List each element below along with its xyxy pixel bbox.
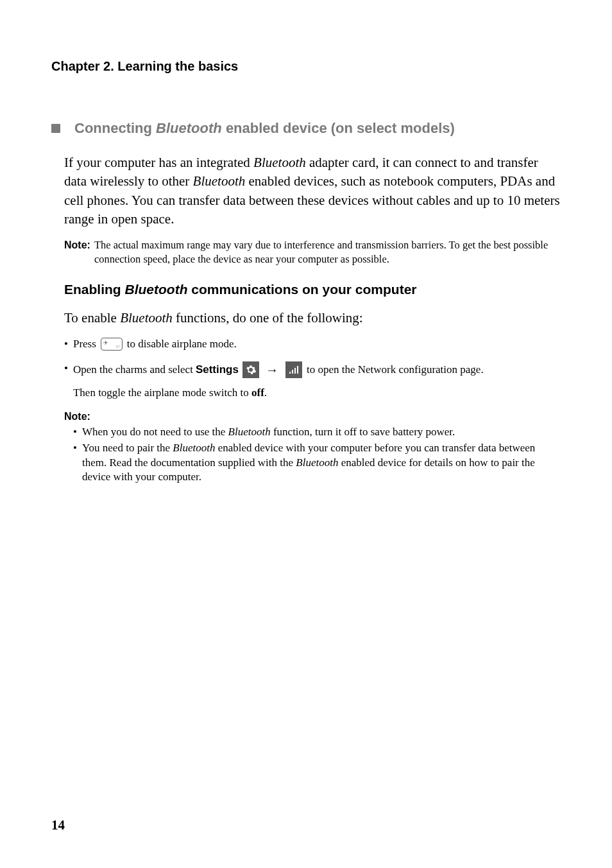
note-label: Note: bbox=[64, 238, 90, 267]
note2-2a: You need to pair the bbox=[82, 442, 173, 454]
chapter-heading: Chapter 2. Learning the basics bbox=[51, 59, 561, 74]
section-title: Connecting Bluetooth enabled device (on … bbox=[74, 120, 455, 137]
settings-label: Settings bbox=[196, 362, 239, 378]
para2-b: Bluetooth bbox=[120, 310, 173, 326]
section-heading-row: Connecting Bluetooth enabled device (on … bbox=[51, 120, 561, 137]
bullet2-off: off bbox=[251, 386, 264, 399]
para2-a: To enable bbox=[64, 310, 120, 326]
network-signal-icon bbox=[285, 361, 302, 378]
section-title-prefix: Connecting bbox=[74, 120, 156, 136]
bullet2-a: Open the charms and select bbox=[73, 362, 193, 378]
bullet-item-2: • Open the charms and select Settings → … bbox=[64, 361, 561, 401]
bullet-dot: • bbox=[64, 336, 68, 352]
bullet2-c: Then toggle the airplane mode switch to bbox=[73, 386, 251, 399]
section-title-suffix: enabled device (on select models) bbox=[222, 120, 455, 136]
note-block-2: Note: When you do not need to use the Bl… bbox=[64, 410, 561, 485]
intro-paragraph: If your computer has an integrated Bluet… bbox=[64, 153, 561, 229]
subheading-a: Enabling bbox=[64, 282, 125, 297]
para1-b: Bluetooth bbox=[253, 155, 306, 170]
bullet1-b: to disable airplane mode. bbox=[127, 336, 237, 352]
airplane-key-icon bbox=[101, 338, 123, 351]
bullet1-a: Press bbox=[73, 336, 96, 352]
note2-1c: function, turn it off to save battery po… bbox=[271, 426, 455, 438]
section-bullet-icon bbox=[51, 124, 60, 133]
bullet-item-1: • Press to disable airplane mode. bbox=[64, 336, 561, 352]
bullet-dot: • bbox=[64, 361, 68, 376]
arrow-icon: → bbox=[266, 361, 278, 379]
gear-svg bbox=[245, 364, 257, 376]
note2-2d: Bluetooth bbox=[296, 456, 338, 469]
note2-item-2: You need to pair the Bluetooth enabled d… bbox=[73, 441, 561, 485]
note2-label: Note: bbox=[64, 410, 561, 424]
subheading-c: communications on your computer bbox=[187, 282, 416, 297]
note2-1b: Bluetooth bbox=[228, 426, 271, 438]
note-text: The actual maximum range may vary due to… bbox=[94, 238, 561, 267]
section-title-italic: Bluetooth bbox=[156, 120, 222, 136]
page-number: 14 bbox=[51, 817, 65, 833]
note2-1a: When you do not need to use the bbox=[82, 426, 228, 438]
settings-gear-icon bbox=[242, 361, 259, 378]
para1-a: If your computer has an integrated bbox=[64, 155, 253, 170]
para1-d: Bluetooth bbox=[193, 173, 246, 189]
note2-item-1: When you do not need to use the Bluetoot… bbox=[73, 425, 561, 440]
note2-2b: Bluetooth bbox=[173, 442, 215, 454]
para2-c: functions, do one of the following: bbox=[173, 310, 363, 326]
sub-heading: Enabling Bluetooth communications on you… bbox=[64, 282, 561, 297]
subheading-b: Bluetooth bbox=[125, 282, 188, 297]
note-block-1: Note: The actual maximum range may vary … bbox=[64, 238, 561, 267]
para2: To enable Bluetooth functions, do one of… bbox=[64, 309, 561, 327]
bullet2-b: to open the Network configuration page. bbox=[307, 362, 484, 378]
bullet2-d: . bbox=[264, 386, 267, 399]
